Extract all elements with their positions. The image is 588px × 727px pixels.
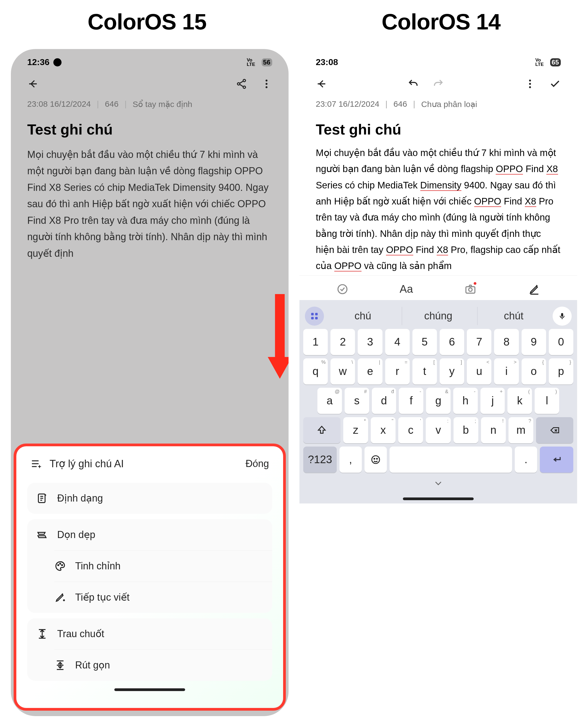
note-title[interactable]: Test ghi chú	[11, 112, 289, 140]
kb-key[interactable]: 1	[303, 329, 328, 355]
kb-key[interactable]: v:	[426, 417, 450, 443]
kb-key[interactable]: 9	[522, 329, 546, 355]
kb-key[interactable]: k(	[507, 388, 532, 414]
svg-point-22	[374, 458, 375, 459]
note-title[interactable]: Test ghi chú	[299, 112, 577, 140]
note-text[interactable]: Find	[413, 245, 437, 255]
kb-key[interactable]: l)	[534, 388, 559, 414]
kb-key[interactable]: u<	[467, 358, 491, 385]
kb-key[interactable]: w\	[331, 358, 355, 385]
kb-suggestion[interactable]: chút	[477, 307, 550, 325]
format-icon	[37, 493, 48, 504]
kb-key[interactable]: 4	[385, 329, 410, 355]
ai-item-label: Trau chuốt	[57, 628, 104, 640]
spellcheck-word[interactable]: OPPO	[334, 261, 361, 271]
camera-button[interactable]	[462, 281, 479, 297]
kb-key[interactable]: c'	[398, 417, 423, 443]
draw-button[interactable]	[526, 281, 543, 297]
kb-key[interactable]: 2	[331, 329, 355, 355]
kb-key[interactable]: a@	[317, 388, 342, 414]
kb-suggestion[interactable]: chúng	[402, 307, 475, 325]
kb-backspace-key[interactable]	[536, 417, 573, 443]
ai-item-polish[interactable]: Trau chuốt	[27, 618, 272, 649]
undo-button[interactable]	[407, 78, 419, 89]
more-button[interactable]	[524, 78, 536, 89]
kb-emoji-key[interactable]	[364, 446, 387, 473]
kb-key[interactable]: h-	[453, 388, 478, 414]
note-body[interactable]: Mọi chuyện bắt đầu vào một chiều thứ 7 k…	[11, 140, 289, 263]
share-button[interactable]	[236, 78, 247, 89]
kb-key[interactable]: p}	[549, 358, 573, 385]
home-indicator[interactable]	[403, 497, 474, 500]
kb-key[interactable]: x"	[371, 417, 396, 443]
svg-point-12	[529, 86, 531, 88]
kb-key[interactable]: g&	[426, 388, 450, 414]
kb-key[interactable]: z*	[343, 417, 368, 443]
note-text[interactable]: Find	[523, 164, 546, 174]
kb-key[interactable]: 5	[413, 329, 437, 355]
svg-rect-20	[561, 313, 563, 317]
kb-key[interactable]: r=	[385, 358, 410, 385]
svg-point-15	[468, 288, 472, 291]
note-text[interactable]: và cũng là sản phẩm	[361, 261, 452, 271]
kb-key[interactable]: dđ	[372, 388, 396, 414]
kb-key[interactable]: j+	[481, 388, 505, 414]
kb-comma-key[interactable]: ,	[339, 446, 362, 473]
note-datetime: 23:08 16/12/2024	[27, 99, 91, 109]
kb-key[interactable]: s#	[344, 388, 369, 414]
done-button[interactable]	[549, 78, 561, 89]
kb-key[interactable]: 6	[440, 329, 464, 355]
back-button[interactable]	[27, 78, 39, 89]
note-body-editor[interactable]: Mọi chuyện bắt đầu vào một chiều thứ 7 k…	[299, 140, 577, 275]
ai-close-button[interactable]: Đóng	[246, 458, 269, 470]
back-button[interactable]	[316, 78, 327, 89]
note-text[interactable]: Series có chip MediaTek	[316, 180, 420, 190]
spellcheck-word[interactable]: Dimensity	[420, 180, 461, 191]
kb-enter-key[interactable]	[540, 446, 573, 473]
kb-space-key[interactable]	[390, 446, 512, 473]
kb-key[interactable]: o{	[522, 358, 546, 385]
kb-key[interactable]: q%	[303, 358, 328, 385]
kb-symbols-key[interactable]: ?123	[303, 446, 337, 473]
kb-key[interactable]: y]	[440, 358, 464, 385]
comparison-headers: ColorOS 15 ColorOS 14	[0, 0, 588, 44]
kb-mic-button[interactable]	[553, 307, 572, 326]
kb-key[interactable]: f-	[399, 388, 423, 414]
kb-key[interactable]: m?	[508, 417, 533, 443]
kb-period-key[interactable]: .	[515, 446, 537, 473]
kb-key[interactable]: b;	[454, 417, 478, 443]
ai-item-continue[interactable]: Tiếp tục viết	[55, 582, 272, 613]
kb-key[interactable]: 7	[467, 329, 491, 355]
kb-key[interactable]: i>	[494, 358, 519, 385]
note-text[interactable]: Find	[501, 196, 525, 206]
checklist-button[interactable]	[334, 281, 351, 297]
ai-item-tune[interactable]: Tinh chỉnh	[55, 550, 272, 582]
spellcheck-word[interactable]: X8	[437, 245, 448, 255]
ai-item-format[interactable]: Định dạng	[27, 483, 272, 514]
kb-key[interactable]: 8	[494, 329, 519, 355]
kb-apps-button[interactable]	[305, 307, 324, 326]
status-time: 23:08	[316, 57, 338, 67]
home-indicator[interactable]	[114, 688, 185, 691]
ai-item-shorten[interactable]: Rút gọn	[55, 649, 272, 681]
note-folder: Chưa phân loại	[421, 99, 477, 109]
spellcheck-word[interactable]: OPPO	[386, 245, 413, 255]
kb-key[interactable]: e|	[358, 358, 382, 385]
text-style-button[interactable]: Aa	[398, 281, 415, 297]
kb-key[interactable]: n!	[481, 417, 506, 443]
kb-shift-key[interactable]	[303, 417, 340, 443]
kb-key[interactable]: 0	[549, 329, 573, 355]
kb-key[interactable]: t[	[413, 358, 437, 385]
redo-button[interactable]	[433, 78, 444, 89]
spellcheck-word[interactable]: X8	[546, 164, 558, 174]
kb-key[interactable]: 3	[358, 329, 382, 355]
spellcheck-word[interactable]: OPPO	[496, 164, 523, 174]
spellcheck-word[interactable]: X8	[525, 196, 536, 207]
ai-item-cleanup[interactable]: Dọn dẹp	[27, 519, 272, 550]
kb-suggestion[interactable]: chú	[327, 307, 399, 325]
note-meta: 23:08 16/12/2024 | 646 | Sổ tay mặc định	[11, 92, 289, 112]
ai-sparkle-icon	[30, 458, 42, 470]
spellcheck-word[interactable]: OPPO	[474, 196, 501, 207]
more-button[interactable]	[261, 78, 272, 89]
kb-collapse-button[interactable]	[302, 474, 575, 490]
